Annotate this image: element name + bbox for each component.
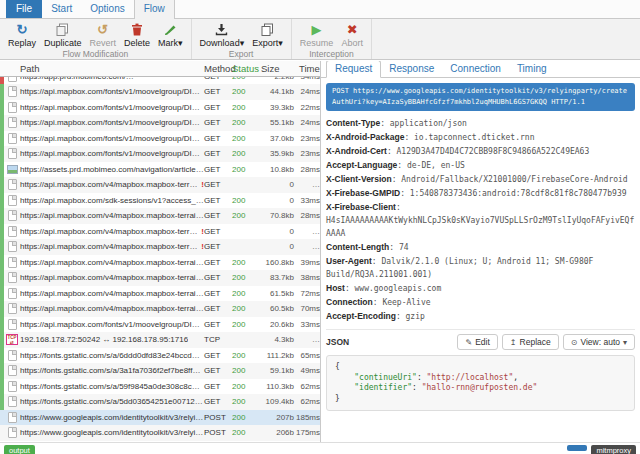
flow-path-cell: https://api.mapbox.com/v4/mapbox.mapbox-… (20, 242, 204, 251)
flow-size: 61.5kb (256, 289, 294, 298)
header-name: X-Firebase-GMPID (326, 188, 400, 198)
table-row[interactable]: https://www.googleapis.com/identitytoolk… (0, 425, 320, 441)
flow-status: 200 (232, 258, 256, 267)
abort-button[interactable]: ✖Abort (337, 22, 367, 48)
menu-tab-options[interactable]: Options (81, 0, 133, 18)
header-name: Accept-Language (326, 160, 397, 170)
resume-button[interactable]: ▶Resume (296, 22, 338, 48)
table-row[interactable]: https://www.googleapis.com/identitytoolk… (0, 410, 320, 426)
table-row[interactable]: https://assets.prd.mobimeo.com/navigatio… (0, 162, 320, 178)
flow-time: 175ms (294, 428, 320, 437)
flow-size: 60.5kb (256, 304, 294, 313)
flow-time: 65ms (294, 351, 320, 360)
header-name: User-Agent (326, 256, 372, 266)
header-name: Host (326, 283, 345, 293)
column-header-status[interactable]: Status (232, 63, 256, 74)
tab-request[interactable]: Request (326, 61, 381, 78)
table-row[interactable]: https://fonts.gstatic.com/s/a/3a1fa7036f… (0, 363, 320, 379)
doc-icon (4, 427, 20, 438)
flow-path: https://www.googleapis.com/identitytoolk… (20, 413, 204, 422)
header-value: : A129D3A47D4D4C72CBB98F8C94866A522C49EA… (387, 147, 589, 156)
menu-tab-file[interactable]: File (6, 0, 42, 18)
table-row[interactable]: https://api.mapbox.com/fonts/v1/moovelgr… (0, 115, 320, 131)
table-row[interactable]: https://fonts.gstatic.com/s/a/6ddd0dfd83… (0, 348, 320, 364)
column-header-time[interactable]: Time (294, 63, 320, 74)
flow-path-cell: https://api.mapbox.com/fonts/v1/moovelgr… (20, 149, 204, 158)
table-row[interactable]: https://api.mapbox.com/v4/mapbox.mapbox-… (0, 224, 320, 240)
duplicate-label: Duplicate (44, 38, 82, 48)
flow-path-cell: https://api.mapbox.com/v4/mapbox.mapbox-… (20, 289, 204, 298)
table-row[interactable]: https://api.mapbox.com/fonts/v1/moovelgr… (0, 317, 320, 333)
json-body-viewer[interactable]: { "continueUri": "http://localhost", "id… (326, 355, 635, 411)
table-row[interactable]: https://api.mapbox.com/fonts/v1/moovelgr… (0, 131, 320, 147)
download-button[interactable]: Download▾ (196, 22, 249, 48)
flow-path-cell: https://fonts.gstatic.com/s/a/6ddd0dfd83… (20, 351, 204, 360)
flow-time: 38ms (294, 273, 320, 282)
toolbar-group-caption: Interception (296, 48, 368, 62)
table-row[interactable]: https://api.mapbox.com/v4/mapbox.mapbox-… (0, 255, 320, 271)
flow-detail-pane: RequestResponseConnectionTiming POST htt… (320, 61, 640, 442)
export-button[interactable]: Export▾ (248, 22, 287, 48)
flow-time: 33ms (294, 320, 320, 329)
column-header-size[interactable]: Size (256, 63, 294, 74)
flow-path: https://api.mapbox.com/v4/mapbox.mapbox-… (20, 289, 204, 298)
table-row[interactable]: https://api.mapbox.com/fonts/v1/moovelgr… (0, 100, 320, 116)
flow-path-cell: https://www.googleapis.com/identitytoolk… (20, 428, 204, 437)
flow-size: 0 (256, 196, 294, 205)
delete-button[interactable]: Delete (120, 22, 154, 48)
table-row[interactable]: https://fonts.gstatic.com/s/a/59f9845a0d… (0, 379, 320, 395)
revert-button[interactable]: ↺Revert (86, 22, 121, 48)
flow-time: 49ms (294, 366, 320, 375)
flow-size: 4.3kb (256, 335, 294, 344)
doc-icon (4, 396, 20, 407)
flow-path: https://fonts.gstatic.com/s/a/6ddd0dfd83… (20, 351, 204, 360)
header-value: : gzip (396, 312, 425, 321)
edit-button[interactable]: ✎ Edit (457, 334, 497, 350)
table-row[interactable]: https://api.mapbox.com/v4/mapbox.mapbox-… (0, 239, 320, 255)
footer-badge-green: output (4, 445, 35, 454)
menu-tab-start[interactable]: Start (42, 0, 81, 18)
flow-status: 200 (232, 149, 256, 158)
table-row[interactable]: https://api.mapbox.com/v4/mapbox.mapbox-… (0, 208, 320, 224)
table-row[interactable]: https://api.mapbox.com/v4/mapbox.mapbox-… (0, 270, 320, 286)
json-line: "identifier": "hallo-rnn@rufposten.de" (335, 383, 626, 394)
column-header-path[interactable]: Path (20, 63, 204, 74)
menu-tab-flow[interactable]: Flow (134, 0, 175, 19)
tab-timing[interactable]: Timing (509, 61, 555, 77)
flow-size: 206b (256, 428, 294, 437)
flow-method: GET (204, 103, 232, 112)
export-icon (261, 22, 274, 37)
table-row[interactable]: https://fonts.gstatic.com/s/a/5dd0365425… (0, 394, 320, 410)
flow-size: 35.9kb (256, 149, 294, 158)
flow-method: GET (204, 397, 232, 406)
table-row[interactable]: https://api.mapbox.com/fonts/v1/moovelgr… (0, 146, 320, 162)
flow-method: POST (204, 413, 232, 422)
table-row[interactable]: https://api.mapbox.com/v4/mapbox.mapbox-… (0, 301, 320, 317)
table-row[interactable]: https://api.mapbox.com/v4/mapbox.mapbox-… (0, 177, 320, 193)
flow-path: https://assets.prd.mobimeo.com/navigatio… (20, 165, 204, 174)
table-row[interactable]: https://api.mapbox.com/fonts/v1/moovelgr… (0, 84, 320, 100)
replace-button[interactable]: ↥ Replace (502, 334, 559, 350)
flow-path-cell: https://fonts.gstatic.com/s/a/59f9845a0d… (20, 382, 204, 391)
delete-icon (131, 22, 143, 37)
flow-path: 192.168.178.72:50242 ↔ 192.168.178.95:17… (20, 335, 188, 344)
replay-button[interactable]: ↻Replay (4, 22, 40, 48)
toolbar-group-caption: Export (196, 48, 287, 62)
table-row[interactable]: https://api.mapbox.com/sdk-sessions/v1?a… (0, 193, 320, 209)
flow-size: 0 (256, 227, 294, 236)
view-mode-button[interactable]: ⊙ View: auto ▾ (563, 334, 635, 350)
table-row[interactable]: https://api.mapbox.com/v4/mapbox.mapbox-… (0, 286, 320, 302)
table-row[interactable]: https://app.prd.mobimeo.com/…GET2002.2kb… (0, 77, 320, 84)
duplicate-button[interactable]: Duplicate (40, 22, 86, 48)
doc-icon (4, 288, 20, 299)
column-header-method[interactable]: Method (204, 63, 232, 74)
delete-label: Delete (124, 38, 150, 48)
request-line[interactable]: POST https://www.googleapis.com/identity… (326, 83, 635, 111)
flow-size: 2.2kb (256, 77, 294, 81)
mark-button[interactable]: Mark▾ (154, 22, 187, 48)
tab-connection[interactable]: Connection (442, 61, 509, 77)
table-row[interactable]: TCP⇄192.168.178.72:50242 ↔ 192.168.178.9… (0, 332, 320, 348)
tab-response[interactable]: Response (381, 61, 442, 77)
flow-size: 55.1kb (256, 118, 294, 127)
flow-method: GET (204, 320, 232, 329)
